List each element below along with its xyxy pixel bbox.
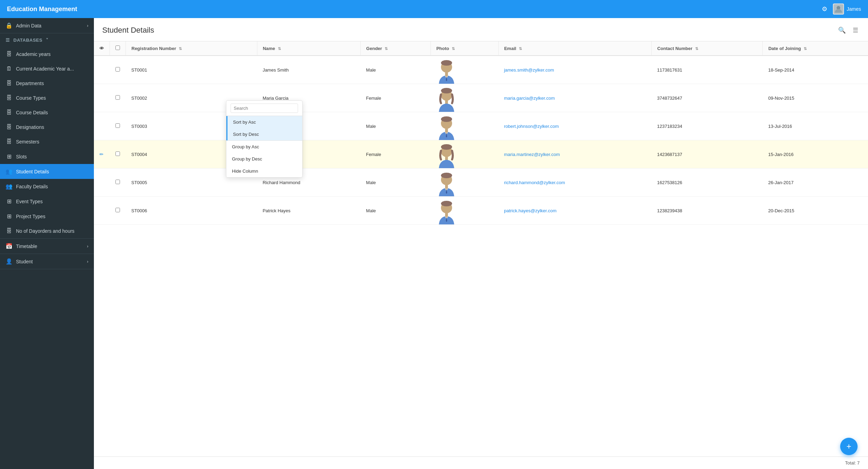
row-checkbox[interactable] xyxy=(115,95,120,100)
email-link[interactable]: maria.garcia@zylker.com xyxy=(504,96,555,101)
cell-gender: Male xyxy=(361,168,431,197)
settings-icon[interactable]: ⚙ xyxy=(822,5,827,13)
th-email[interactable]: Email ⇅ xyxy=(498,41,651,56)
email-link[interactable]: robert.johnson@zylker.com xyxy=(504,124,559,129)
add-fab[interactable]: + xyxy=(840,438,858,455)
cell-photo xyxy=(431,168,498,197)
email-link[interactable]: richard.hammond@zylker.com xyxy=(504,180,565,185)
row-checkbox[interactable] xyxy=(115,151,120,156)
cell-email: james.smith@zylker.com xyxy=(498,56,651,84)
cell-gender: Male xyxy=(361,197,431,225)
departments-icon: 🗄 xyxy=(6,80,13,87)
cell-gender: Male xyxy=(361,56,431,84)
cell-contact: 1423687137 xyxy=(651,140,762,168)
student-details-label: Student Details xyxy=(16,169,88,174)
dropdown-item-sort-asc[interactable]: Sort by Asc xyxy=(226,116,302,128)
row-checkbox[interactable] xyxy=(115,180,120,184)
row-checkbox[interactable] xyxy=(115,67,120,72)
sidebar-item-admin[interactable]: 🔒 Admin Data › xyxy=(0,18,94,33)
semesters-icon: 🗄 xyxy=(6,139,13,145)
no-of-dayorders-label: No of Dayorders and hours xyxy=(16,228,88,234)
dropdown-search-container xyxy=(226,101,302,116)
project-types-label: Project Types xyxy=(16,214,88,219)
dropdown-item-sort-desc[interactable]: Sort by Desc xyxy=(226,128,302,140)
sidebar-item-semesters[interactable]: 🗄 Semesters xyxy=(0,134,94,149)
svg-rect-16 xyxy=(445,184,448,189)
student-group-icon: 👤 xyxy=(6,258,13,265)
eye-col-header[interactable]: 👁 xyxy=(94,41,110,56)
cell-email: patrick.hayes@zylker.com xyxy=(498,197,651,225)
search-button[interactable]: 🔍 xyxy=(837,25,847,35)
course-details-label: Course Details xyxy=(16,110,88,115)
email-link[interactable]: maria.martinez@zylker.com xyxy=(504,152,560,157)
designations-label: Designations xyxy=(16,124,88,130)
sidebar-items: 🗄 Academic years 🗓 Current Academic Year… xyxy=(0,47,94,238)
sidebar-item-slots[interactable]: ⊞ Slots xyxy=(0,149,94,164)
user-menu[interactable]: James xyxy=(833,3,861,15)
sidebar-item-course-details[interactable]: 🗄 Course Details xyxy=(0,105,94,120)
academic-years-icon: 🗄 xyxy=(6,51,13,57)
student-avatar xyxy=(436,88,457,108)
row-checkbox[interactable] xyxy=(115,208,120,212)
menu-button[interactable]: ☰ xyxy=(851,25,860,35)
select-all-checkbox[interactable] xyxy=(115,46,120,50)
eye-cell xyxy=(94,112,110,140)
th-reg-num[interactable]: Registration Number ⇅ xyxy=(126,41,257,56)
sidebar-item-faculty-details[interactable]: 👥 Faculty Details xyxy=(0,179,94,194)
table-row: ✏ ST0004 Maria Martinez Female maria.mar… xyxy=(94,140,868,168)
eye-cell xyxy=(94,197,110,225)
th-gender[interactable]: Gender ⇅ xyxy=(361,41,431,56)
cell-photo xyxy=(431,56,498,84)
cell-photo xyxy=(431,140,498,168)
th-name[interactable]: Name ⇅ xyxy=(257,41,360,56)
dropdown-search-input[interactable] xyxy=(231,104,298,113)
cell-name: James Smith xyxy=(257,56,360,84)
student-chevron: › xyxy=(87,259,88,264)
svg-rect-4 xyxy=(445,72,448,76)
chevron-down-icon: ˅ xyxy=(46,38,49,43)
column-dropdown: Sort by AscSort by DescGroup by AscGroup… xyxy=(226,100,303,178)
dropdown-items: Sort by AscSort by DescGroup by AscGroup… xyxy=(226,116,302,177)
faculty-details-label: Faculty Details xyxy=(16,184,88,189)
databases-header[interactable]: ☰ Databases ˅ xyxy=(0,33,94,47)
svg-point-12 xyxy=(441,144,452,150)
student-table: 👁 Registration Number ⇅ Name ⇅ Gender ⇅ … xyxy=(94,41,868,225)
sidebar-item-no-of-dayorders[interactable]: 🗄 No of Dayorders and hours xyxy=(0,224,94,238)
svg-rect-10 xyxy=(445,128,448,132)
sidebar-item-student-details[interactable]: 👥 Student Details xyxy=(0,164,94,179)
sidebar-item-course-types[interactable]: 🗄 Course Types xyxy=(0,91,94,105)
th-photo[interactable]: Photo ⇅ xyxy=(431,41,498,56)
databases-section: ☰ Databases ˅ 🗄 Academic years 🗓 Current… xyxy=(0,33,94,239)
no-of-dayorders-icon: 🗄 xyxy=(6,228,13,234)
sidebar-item-departments[interactable]: 🗄 Departments xyxy=(0,76,94,91)
svg-point-9 xyxy=(441,116,452,122)
table-row: ST0002 Maria Garcia Female maria.garcia@… xyxy=(94,84,868,112)
edit-icon[interactable]: ✏ xyxy=(99,151,104,157)
sort-name-icon: ⇅ xyxy=(278,47,281,51)
email-link[interactable]: james.smith@zylker.com xyxy=(504,67,554,73)
table-header-row: 👁 Registration Number ⇅ Name ⇅ Gender ⇅ … xyxy=(94,41,868,56)
sidebar-item-project-types[interactable]: ⊞ Project Types xyxy=(0,209,94,224)
email-link[interactable]: patrick.hayes@zylker.com xyxy=(504,208,556,213)
svg-point-18 xyxy=(441,201,452,206)
sidebar-item-designations[interactable]: 🗄 Designations xyxy=(0,120,94,134)
dropdown-item-group-desc[interactable]: Group by Desc xyxy=(226,153,302,165)
row-checkbox[interactable] xyxy=(115,123,120,128)
eye-cell xyxy=(94,56,110,84)
sidebar-item-academic-years[interactable]: 🗄 Academic years xyxy=(0,47,94,61)
admin-label: Admin Data xyxy=(16,23,83,28)
checkbox-col-header[interactable] xyxy=(110,41,126,56)
sidebar-item-event-types[interactable]: ⊞ Event Types xyxy=(0,194,94,209)
sidebar-item-current-academic-year[interactable]: 🗓 Current Academic Year a... xyxy=(0,61,94,76)
th-doj[interactable]: Date of Joining ⇅ xyxy=(763,41,868,56)
dropdown-item-group-asc[interactable]: Group by Asc xyxy=(226,141,302,153)
row-checkbox-cell xyxy=(110,84,126,112)
sidebar-item-timetable[interactable]: 📅 Timetable › xyxy=(0,239,94,254)
semesters-label: Semesters xyxy=(16,139,88,145)
row-checkbox-cell xyxy=(110,112,126,140)
edit-cell: ✏ xyxy=(94,140,110,168)
page-header: Student Details 🔍 ☰ xyxy=(94,18,868,41)
sidebar-item-student[interactable]: 👤 Student › xyxy=(0,254,94,269)
th-contact[interactable]: Contact Number ⇅ xyxy=(651,41,762,56)
dropdown-item-hide-column[interactable]: Hide Column xyxy=(226,165,302,177)
